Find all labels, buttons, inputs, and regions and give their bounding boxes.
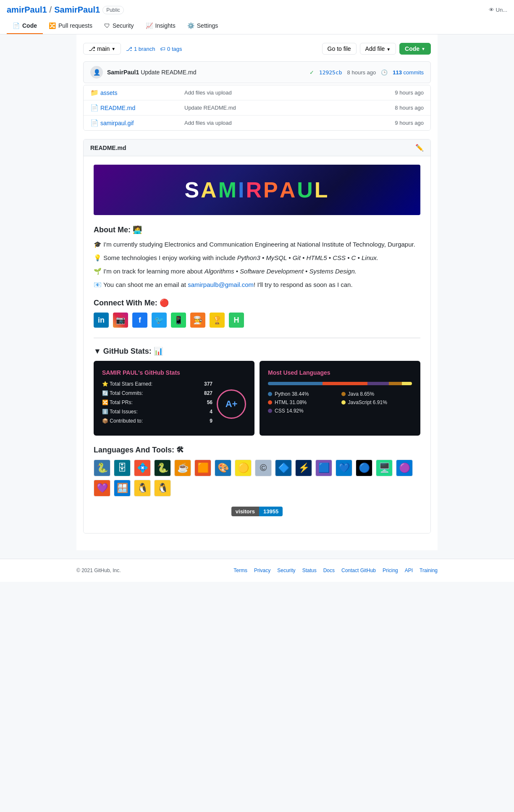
branch-bar: ⎇ main ▼ ⎇ 1 branch 🏷 0 tags Go to file … (83, 43, 431, 55)
commits-count: 113 (393, 69, 402, 76)
tool-intellij[interactable]: 🔵 (356, 460, 372, 476)
tools-grid: 🐍 🗄 💠 🐍 ☕ 🟧 🎨 🟡 ©️ 🔷 ⚡ 🟦 💙 🔵 🖥️ 🟣 (94, 460, 420, 497)
nav-settings-label: Settings (197, 22, 218, 29)
readme-header: README.md ✏️ (84, 139, 430, 156)
stats-prs-val: 56 (207, 399, 212, 405)
tool-windows2[interactable]: 🪟 (114, 480, 131, 497)
file-gif-time: 9 hours ago (395, 120, 424, 126)
footer-privacy[interactable]: Privacy (254, 568, 270, 573)
email-link[interactable]: samirpaulb@gmail.com (188, 281, 254, 288)
nav-insights[interactable]: 📈 Insights (140, 18, 181, 34)
code-button[interactable]: Code ▼ (399, 43, 431, 55)
tools-section: Languages And Tools: 🛠 🐍 🗄 💠 🐍 ☕ 🟧 🎨 🟡 ©… (94, 446, 420, 497)
instagram-icon[interactable]: 📷 (113, 313, 128, 328)
footer-api[interactable]: API (405, 568, 413, 573)
trophy-icon[interactable]: 🏆 (210, 313, 225, 328)
tool-java[interactable]: ☕ (174, 460, 191, 476)
tool-bootstrap[interactable]: 🟦 (315, 460, 332, 476)
file-readme-commit: Update README.md (184, 105, 395, 111)
file-gif[interactable]: samirpaul.gif (100, 120, 184, 126)
footer-terms[interactable]: Terms (233, 568, 247, 573)
nav-settings[interactable]: ⚙️ Settings (181, 18, 224, 34)
whatsapp-icon[interactable]: 📱 (171, 313, 186, 328)
tool-css3[interactable]: 🎨 (215, 460, 231, 476)
tool-mysql[interactable]: 🗄 (114, 460, 131, 476)
tool-django[interactable]: 🐍 (154, 460, 171, 476)
tool-html5[interactable]: 🟧 (194, 460, 211, 476)
language-bar (268, 382, 412, 385)
branches-link[interactable]: ⎇ 1 branch (126, 46, 155, 52)
languages-card: Most Used Languages Python 38.44% (260, 361, 420, 436)
tool-vscode[interactable]: 💙 (336, 460, 352, 476)
footer-status[interactable]: Status (302, 568, 317, 573)
table-row[interactable]: 📁 assets Add files via upload 9 hours ag… (84, 85, 430, 100)
commit-sha[interactable]: 12925cb (319, 69, 342, 76)
footer-contact[interactable]: Contact GitHub (341, 568, 376, 573)
repo-name[interactable]: SamirPaul1 (54, 5, 100, 15)
tool-linux2[interactable]: 🐧 (154, 480, 171, 497)
tags-count: 0 tags (167, 46, 182, 52)
file-icon: 📄 (90, 119, 100, 127)
tool-js[interactable]: 🟡 (235, 460, 252, 476)
footer-inner: © 2021 GitHub, Inc. Terms Privacy Securi… (76, 568, 438, 573)
badge-label: visitors (231, 507, 259, 516)
nav-security[interactable]: 🛡 Security (98, 18, 140, 34)
tool-linux[interactable]: 🐧 (134, 480, 151, 497)
branch-icon-small: ⎇ (126, 46, 132, 52)
codechef-icon[interactable]: 👨‍🍳 (190, 313, 205, 328)
commits-count-link[interactable]: 113 commits (393, 69, 424, 76)
html-label: HTML 31.08% (275, 399, 307, 405)
watch-icon[interactable]: 👁 Un... (489, 7, 507, 13)
lang-css: CSS 14.92% (268, 408, 339, 414)
tool-git[interactable]: 💠 (134, 460, 151, 476)
stats-contrib-val: 9 (210, 418, 212, 424)
tool-python[interactable]: 🐍 (94, 460, 110, 476)
footer-pricing[interactable]: Pricing (383, 568, 398, 573)
footer-training[interactable]: Training (420, 568, 438, 573)
pull-requests-icon: 🔀 (49, 22, 56, 29)
js-bar (402, 382, 412, 385)
footer-docs[interactable]: Docs (323, 568, 335, 573)
file-assets[interactable]: assets (100, 89, 184, 96)
about-heading: About Me: 🧑‍💻 (94, 225, 420, 234)
tool-windows[interactable]: 🟣 (396, 460, 413, 476)
connect-section: Connect With Me: 🔴 in 📷 f 🐦 📱 👨‍🍳 🏆 H (94, 298, 420, 328)
tool-cpp[interactable]: 🔷 (275, 460, 292, 476)
lang-html: HTML 31.08% (268, 399, 339, 405)
connect-heading: Connect With Me: 🔴 (94, 298, 420, 307)
table-row[interactable]: 📄 samirpaul.gif Add files via upload 9 h… (84, 116, 430, 130)
nav-code[interactable]: 📄 Code (7, 18, 43, 34)
languages-title: Most Used Languages (268, 369, 412, 376)
add-file-button[interactable]: Add file ▼ (360, 43, 396, 55)
go-to-file-button[interactable]: Go to file (322, 43, 357, 55)
hackerrank-icon[interactable]: H (229, 313, 244, 328)
visibility-badge: Public (102, 6, 124, 14)
table-row[interactable]: 📄 README.md Update README.md 8 hours ago (84, 100, 430, 116)
stats-row-contrib: 📦 Contributed to: 9 (102, 418, 212, 424)
edit-icon[interactable]: ✏️ (415, 144, 424, 152)
commit-message: Update README.md (141, 69, 196, 76)
repo-owner[interactable]: amirPaul1 (7, 5, 47, 15)
footer-security[interactable]: Security (277, 568, 295, 573)
linkedin-icon[interactable]: in (94, 313, 109, 328)
chevron-down-icon: ▼ (386, 47, 391, 52)
tool-c[interactable]: ©️ (255, 460, 272, 476)
tags-link[interactable]: 🏷 0 tags (160, 46, 182, 52)
avatar: 👤 (90, 66, 103, 79)
stats-grid: SAMIR PAUL's GitHub Stats ⭐ Total Stars … (94, 361, 420, 436)
stats-card: SAMIR PAUL's GitHub Stats ⭐ Total Stars … (94, 361, 254, 436)
css-dot (268, 409, 272, 413)
stats-contrib-label: 📦 Contributed to: (102, 418, 143, 424)
twitter-icon[interactable]: 🐦 (152, 313, 167, 328)
tool-powershell[interactable]: ⚡ (295, 460, 312, 476)
nav-pull-requests[interactable]: 🔀 Pull requests (43, 18, 98, 34)
badge-value: 13955 (259, 507, 283, 516)
tool-pycharm[interactable]: 🖥️ (376, 460, 393, 476)
chevron-down-icon: ▼ (421, 47, 425, 51)
tool-ubuntu[interactable]: 💜 (94, 480, 110, 497)
commit-author[interactable]: SamirPaul1 (107, 69, 139, 76)
file-readme[interactable]: README.md (100, 105, 184, 111)
branch-selector[interactable]: ⎇ main ▼ (83, 43, 121, 55)
stats-card-title: SAMIR PAUL's GitHub Stats (102, 369, 246, 376)
facebook-icon[interactable]: f (132, 313, 147, 328)
